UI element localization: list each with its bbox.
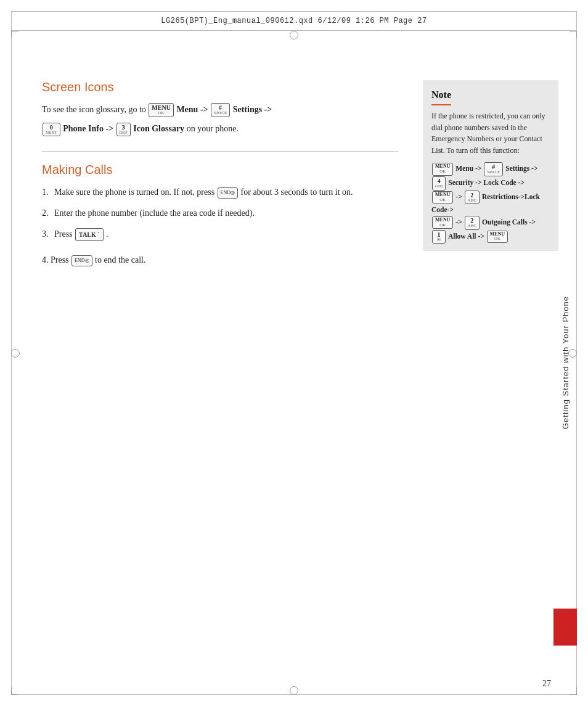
four-note-key: 4 GHI: [432, 176, 446, 191]
settings-label: Settings ->: [233, 105, 272, 114]
three-key: 3 DEF: [116, 123, 131, 137]
step1: 1. Make sure the phone is turned on. If …: [42, 186, 398, 199]
making-calls-section: Making Calls 1. Make sure the phone is t…: [42, 163, 398, 267]
two-note-key2: 2 ABC: [465, 216, 480, 230]
note-body-text: If the phone is restricted, you can only…: [431, 112, 545, 155]
screen-icons-intro-text: To see the icon glossary, go to: [42, 105, 146, 114]
screen-icons-intro: To see the icon glossary, go to MENU OK …: [42, 103, 398, 117]
screen-icons-body: To see the icon glossary, go to MENU OK …: [42, 103, 398, 136]
menu-ok-note-key3: MENU OK: [432, 216, 453, 229]
step1-text: Make sure the phone is turned on. If not…: [54, 186, 398, 199]
step2: 2. Enter the phone number (include the a…: [42, 207, 398, 220]
note-box: Note If the phone is restricted, you can…: [423, 80, 558, 251]
step2-text: Enter the phone number (include the area…: [54, 207, 398, 220]
menu-label: Menu ->: [176, 105, 210, 114]
list-item: 3. Press TALK ` .: [42, 228, 398, 242]
one-note-key: 1 ✉: [432, 230, 446, 244]
step3: 3. Press TALK ` .: [42, 228, 398, 242]
step3-text: Press TALK ` .: [54, 228, 398, 242]
note-line5: 1 ✉ Allow All -> MENU OK: [431, 230, 550, 244]
step1-num: 1.: [42, 186, 54, 199]
end-key-step1: END◎: [218, 187, 238, 199]
note-menu-label: Menu ->: [455, 165, 483, 172]
icon-glossary-label: Icon Glossary: [133, 124, 184, 133]
note-security-label: Security -> Lock Code ->: [448, 179, 525, 186]
sidebar-tab: Getting Started with Your Phone: [553, 31, 577, 695]
screen-icons-line2: 0 NEXT Phone Info -> 3 DEF Icon Glossary…: [42, 122, 398, 136]
menu-ok-note-key4: MENU OK: [487, 231, 508, 243]
header-bar: LG265(BPT)_Eng_manual_090612.qxd 6/12/09…: [11, 11, 577, 31]
making-calls-heading: Making Calls: [42, 163, 398, 177]
screen-icons-section: Screen Icons To see the icon glossary, g…: [42, 80, 398, 136]
phone-info-label: Phone Info ->: [63, 124, 115, 133]
step3-num: 3.: [42, 228, 54, 241]
header-text: LG265(BPT)_Eng_manual_090612.qxd 6/12/09…: [161, 17, 427, 25]
right-column: Note If the phone is restricted, you can…: [417, 31, 577, 695]
note-line4: MENU OK -> 2 ABC Outgoing Calls ->: [431, 216, 550, 230]
menu-ok-key: MENU OK: [149, 103, 174, 117]
main-content: Screen Icons To see the icon glossary, g…: [11, 31, 577, 695]
note-line2: 4 GHI Security -> Lock Code ->: [431, 176, 550, 191]
hash-key: # SPACE: [211, 103, 230, 117]
step4: 4. Press END◎ to end the call.: [42, 253, 398, 267]
glossary-tail: on your phone.: [187, 124, 239, 133]
menu-ok-note-key: MENU OK: [432, 163, 453, 175]
note-arrow1: ->: [455, 193, 463, 200]
note-allow-all-label: Allow All ->: [448, 232, 484, 240]
step2-num: 2.: [42, 207, 54, 220]
making-calls-list: 1. Make sure the phone is turned on. If …: [42, 186, 398, 241]
zero-key: 0 NEXT: [43, 123, 60, 137]
note-instructions: MENU OK Menu -> # SPACE Settings -> 4 GH…: [431, 162, 550, 244]
section-divider: [42, 151, 398, 152]
talk-key: TALK `: [75, 228, 103, 242]
note-title: Note: [431, 88, 451, 105]
sidebar-red-bar: [553, 609, 577, 646]
note-line3: MENU OK -> 2 ABC Restrictions->Lock Code…: [431, 191, 550, 216]
list-item: 1. Make sure the phone is turned on. If …: [42, 186, 398, 199]
note-outgoing-label: Outgoing Calls ->: [482, 218, 536, 226]
left-column: Screen Icons To see the icon glossary, g…: [11, 31, 417, 695]
hash-note-key: # SPACE: [484, 162, 503, 176]
note-body: If the phone is restricted, you can only…: [431, 110, 550, 156]
two-note-key: 2 ABC: [465, 191, 480, 205]
screen-icons-heading: Screen Icons: [42, 80, 398, 94]
sidebar-tab-text: Getting Started with Your Phone: [561, 296, 570, 429]
list-item: 2. Enter the phone number (include the a…: [42, 207, 398, 220]
page-number: 27: [542, 679, 551, 689]
end-key-step4: END◎: [71, 255, 92, 267]
note-line1: MENU OK Menu -> # SPACE Settings ->: [431, 162, 550, 176]
note-settings-label: Settings ->: [505, 165, 537, 172]
note-arrow2: ->: [455, 218, 463, 226]
menu-ok-note-key2: MENU OK: [432, 191, 453, 203]
